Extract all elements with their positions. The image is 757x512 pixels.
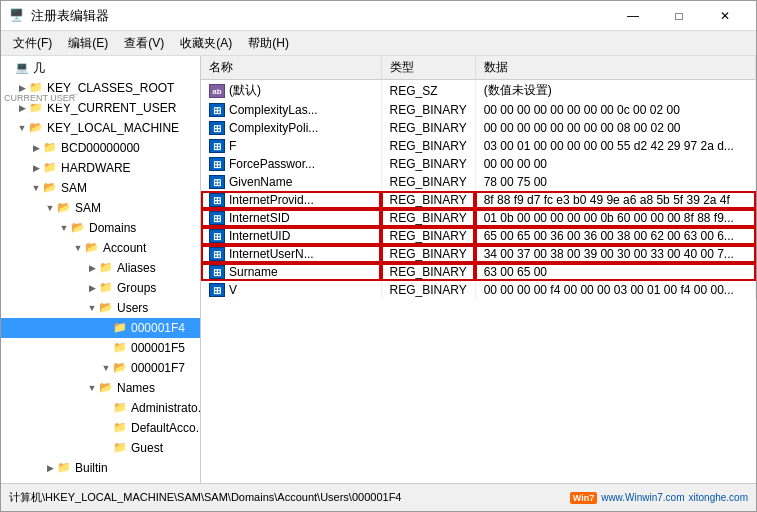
folder-icon xyxy=(43,141,59,155)
tree-label: SAM xyxy=(61,181,87,195)
reg-name: Surname xyxy=(229,265,278,279)
cell-type: REG_BINARY xyxy=(381,263,475,281)
window-title: 注册表编辑器 xyxy=(31,7,604,25)
col-data: 数据 xyxy=(475,56,755,80)
table-row[interactable]: ⊞ComplexityPoli...REG_BINARY00 00 00 00 … xyxy=(201,119,756,137)
cell-data: 78 00 75 00 xyxy=(475,173,755,191)
tree-item-users[interactable]: ▼ Users xyxy=(1,298,200,318)
table-row[interactable]: ⊞InternetSIDREG_BINARY01 0b 00 00 00 00 … xyxy=(201,209,756,227)
folder-icon xyxy=(99,261,115,275)
toggle-icon: ▶ xyxy=(15,103,29,113)
folder-icon xyxy=(113,441,129,455)
registry-table: 名称 类型 数据 ab(默认)REG_SZ(数值未设置)⊞ComplexityL… xyxy=(201,56,756,299)
close-button[interactable]: ✕ xyxy=(702,1,748,31)
tree-item-current-user[interactable]: ▶ KEY_CURRENT_USER xyxy=(1,98,200,118)
reg-type-icon: ab xyxy=(209,84,225,98)
tree-item-root[interactable]: 💻 几 xyxy=(1,58,200,78)
reg-name: ForcePasswor... xyxy=(229,157,315,171)
minimize-button[interactable]: — xyxy=(610,1,656,31)
tree-label: Users xyxy=(117,301,148,315)
toggle-icon: ▼ xyxy=(57,223,71,233)
tree-label: DefaultAcco... xyxy=(131,421,201,435)
folder-open-icon xyxy=(57,201,73,215)
cell-name: ⊞GivenName xyxy=(201,173,381,191)
cell-type: REG_BINARY xyxy=(381,245,475,263)
table-row[interactable]: ⊞SurnameREG_BINARY63 00 65 00 xyxy=(201,263,756,281)
cell-data: 63 00 65 00 xyxy=(475,263,755,281)
menu-edit[interactable]: 编辑(E) xyxy=(60,32,116,55)
reg-name: InternetUID xyxy=(229,229,290,243)
col-type: 类型 xyxy=(381,56,475,80)
tree-label: Administrato... xyxy=(131,401,201,415)
toggle-icon: ▼ xyxy=(71,243,85,253)
reg-type-icon: ⊞ xyxy=(209,193,225,207)
tree-item-local-machine[interactable]: ▼ KEY_LOCAL_MACHINE xyxy=(1,118,200,138)
tree-item-names[interactable]: ▼ Names xyxy=(1,378,200,398)
tree-item-admin[interactable]: Administrato... xyxy=(1,398,200,418)
reg-type-icon: ⊞ xyxy=(209,229,225,243)
cell-data: 8f 88 f9 d7 fc e3 b0 49 9e a6 a8 5b 5f 3… xyxy=(475,191,755,209)
cell-name: ⊞V xyxy=(201,281,381,299)
cell-name: ⊞InternetUID xyxy=(201,227,381,245)
tree-item-user1f4[interactable]: 000001F4 xyxy=(1,318,200,338)
tree-item-hardware[interactable]: ▶ HARDWARE xyxy=(1,158,200,178)
table-row[interactable]: ⊞InternetProvid...REG_BINARY8f 88 f9 d7 … xyxy=(201,191,756,209)
cell-name: ⊞ForcePasswor... xyxy=(201,155,381,173)
tree-item-aliases[interactable]: ▶ Aliases xyxy=(1,258,200,278)
tree-item-builtin[interactable]: ▶ Builtin xyxy=(1,458,200,478)
table-row[interactable]: ⊞InternetUserN...REG_BINARY34 00 37 00 3… xyxy=(201,245,756,263)
tree-panel[interactable]: 💻 几 ▶ KEY_CLASSES_ROOT ▶ KEY_CURRENT_USE… xyxy=(1,56,201,483)
tree-item-user1f7[interactable]: ▼ 000001F7 xyxy=(1,358,200,378)
tree-item-domains[interactable]: ▼ Domains xyxy=(1,218,200,238)
tree-item-classes-root[interactable]: ▶ KEY_CLASSES_ROOT xyxy=(1,78,200,98)
table-row[interactable]: ⊞ForcePasswor...REG_BINARY00 00 00 00 xyxy=(201,155,756,173)
registry-editor-window: 🖥️ 注册表编辑器 — □ ✕ 文件(F) 编辑(E) 查看(V) 收藏夹(A)… xyxy=(0,0,757,512)
tree-label: Builtin xyxy=(75,461,108,475)
table-row[interactable]: ab(默认)REG_SZ(数值未设置) xyxy=(201,80,756,102)
window-icon: 🖥️ xyxy=(9,8,25,24)
tree-item-account[interactable]: ▼ Account xyxy=(1,238,200,258)
folder-open-icon xyxy=(99,381,115,395)
content-panel[interactable]: 名称 类型 数据 ab(默认)REG_SZ(数值未设置)⊞ComplexityL… xyxy=(201,56,756,483)
toggle-icon: ▶ xyxy=(29,143,43,153)
tree-label: 000001F5 xyxy=(131,341,185,355)
tree-item-sam2[interactable]: ▼ SAM xyxy=(1,198,200,218)
table-row[interactable]: ⊞InternetUIDREG_BINARY65 00 65 00 36 00 … xyxy=(201,227,756,245)
tree-item-user1f5[interactable]: 000001F5 xyxy=(1,338,200,358)
tree-label: SAM xyxy=(75,201,101,215)
table-row[interactable]: ⊞FREG_BINARY03 00 01 00 00 00 00 00 55 d… xyxy=(201,137,756,155)
tree-label: 几 xyxy=(33,60,45,77)
main-area: 💻 几 ▶ KEY_CLASSES_ROOT ▶ KEY_CURRENT_USE… xyxy=(1,56,756,483)
table-row[interactable]: ⊞GivenNameREG_BINARY78 00 75 00 xyxy=(201,173,756,191)
tree-item-defaultacc[interactable]: DefaultAcco... xyxy=(1,418,200,438)
reg-name: InternetUserN... xyxy=(229,247,314,261)
toggle-icon: ▼ xyxy=(29,183,43,193)
tree-item-guest[interactable]: Guest xyxy=(1,438,200,458)
maximize-button[interactable]: □ xyxy=(656,1,702,31)
folder-icon xyxy=(113,421,129,435)
cell-type: REG_BINARY xyxy=(381,173,475,191)
menu-file[interactable]: 文件(F) xyxy=(5,32,60,55)
folder-open-icon xyxy=(71,221,87,235)
cell-type: REG_BINARY xyxy=(381,155,475,173)
cell-name: ⊞Surname xyxy=(201,263,381,281)
tree-item-bcd[interactable]: ▶ BCD00000000 xyxy=(1,138,200,158)
menu-help[interactable]: 帮助(H) xyxy=(240,32,297,55)
logo-badge: Win7 xyxy=(570,492,597,504)
table-row[interactable]: ⊞VREG_BINARY00 00 00 00 f4 00 00 00 03 0… xyxy=(201,281,756,299)
tree-item-groups[interactable]: ▶ Groups xyxy=(1,278,200,298)
reg-name: InternetProvid... xyxy=(229,193,314,207)
toggle-icon: ▼ xyxy=(99,363,113,373)
cell-data: 01 0b 00 00 00 00 00 0b 60 00 00 00 8f 8… xyxy=(475,209,755,227)
tree-item-sam[interactable]: ▼ SAM xyxy=(1,178,200,198)
reg-name: ComplexityLas... xyxy=(229,103,318,117)
col-name: 名称 xyxy=(201,56,381,80)
menu-view[interactable]: 查看(V) xyxy=(116,32,172,55)
reg-type-icon: ⊞ xyxy=(209,175,225,189)
status-path: 计算机\HKEY_LOCAL_MACHINE\SAM\SAM\Domains\A… xyxy=(9,490,401,505)
reg-name: (默认) xyxy=(229,82,261,99)
menu-favorites[interactable]: 收藏夹(A) xyxy=(172,32,240,55)
folder-icon xyxy=(113,401,129,415)
table-row[interactable]: ⊞ComplexityLas...REG_BINARY00 00 00 00 0… xyxy=(201,101,756,119)
folder-open-icon xyxy=(43,181,59,195)
